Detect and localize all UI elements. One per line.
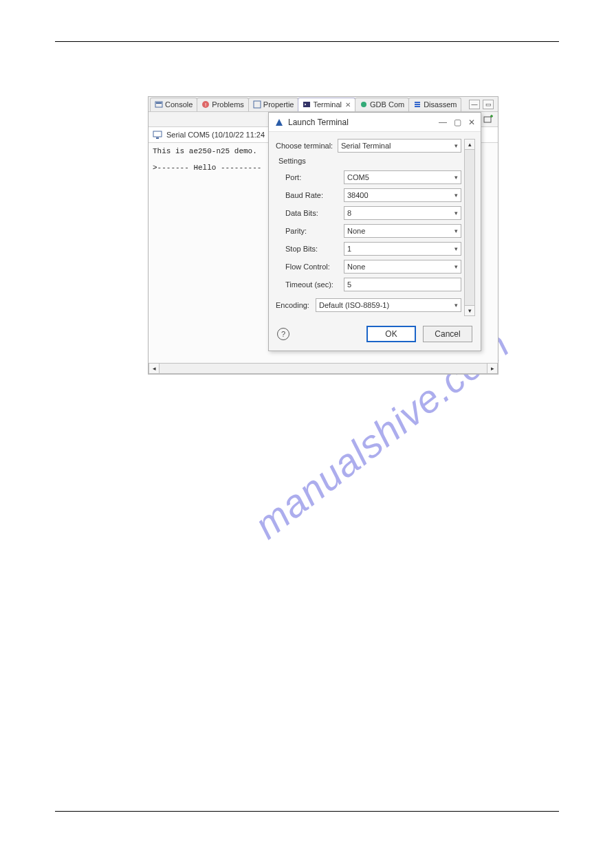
tab-label: Disassem <box>424 100 457 109</box>
flow-row: Flow Control: None ▾ <box>285 260 461 274</box>
tabbar: Console ! Problems Propertie Terminal ✕ … <box>149 97 498 112</box>
timeout-label: Timeout (sec): <box>285 280 344 289</box>
tab-label: Problems <box>212 100 243 109</box>
baud-select[interactable]: 38400 ▾ <box>344 188 461 202</box>
baud-label: Baud Rate: <box>285 191 344 199</box>
databits-select[interactable]: 8 ▾ <box>344 206 461 220</box>
parity-row: Parity: None ▾ <box>285 224 461 238</box>
choose-terminal-select[interactable]: Serial Terminal ▾ <box>338 139 461 153</box>
tab-terminal[interactable]: Terminal ✕ <box>298 98 355 111</box>
flow-label: Flow Control: <box>285 263 344 271</box>
app-icon <box>274 118 284 127</box>
encoding-label: Encoding: <box>276 301 316 309</box>
select-value: 8 <box>347 209 351 217</box>
maximize-button[interactable]: ▭ <box>483 100 494 109</box>
tab-label: Console <box>165 100 193 109</box>
scroll-track[interactable] <box>160 363 487 374</box>
page-rule-top <box>55 41 559 42</box>
stopbits-select[interactable]: 1 ▾ <box>344 242 461 256</box>
tab-console[interactable]: Console <box>150 98 197 111</box>
chevron-down-icon: ▾ <box>454 174 458 181</box>
encoding-row: Encoding: Default (ISO-8859-1) ▾ <box>276 298 461 312</box>
page-rule-bottom <box>55 811 559 812</box>
help-icon[interactable]: ? <box>277 328 289 340</box>
tab-label: Terminal <box>313 100 342 109</box>
dialog-titlebar[interactable]: Launch Terminal — ▢ ✕ <box>269 113 481 132</box>
port-row: Port: COM5 ▾ <box>285 170 461 184</box>
console-icon <box>155 100 163 109</box>
chevron-down-icon: ▾ <box>454 302 458 309</box>
maximize-icon[interactable]: ▢ <box>454 118 461 127</box>
tab-label: Propertie <box>263 100 294 109</box>
scroll-left-icon[interactable]: ◂ <box>149 363 160 374</box>
horizontal-scrollbar[interactable]: ◂ ▸ <box>149 363 498 374</box>
scroll-up-icon[interactable]: ▴ <box>464 139 475 150</box>
chevron-down-icon: ▾ <box>454 263 458 270</box>
encoding-select[interactable]: Default (ISO-8859-1) ▾ <box>316 298 461 312</box>
parity-label: Parity: <box>285 227 344 235</box>
launch-terminal-dialog: Launch Terminal — ▢ ✕ Choose terminal: S… <box>268 112 481 351</box>
svg-rect-7 <box>415 102 420 103</box>
select-value: 1 <box>347 245 351 253</box>
warning-icon: ! <box>201 100 210 109</box>
terminal-line: >------- Hello --------- <box>153 164 261 172</box>
minimize-icon[interactable]: — <box>439 118 447 127</box>
svg-rect-9 <box>415 106 420 107</box>
tab-problems[interactable]: ! Problems <box>197 98 248 111</box>
input-value: 5 <box>347 280 351 289</box>
select-value: 38400 <box>347 191 369 199</box>
stopbits-row: Stop Bits: 1 ▾ <box>285 242 461 256</box>
panel-winbuttons: — ▭ <box>469 100 498 109</box>
databits-label: Data Bits: <box>285 209 344 217</box>
vertical-scrollbar[interactable]: ▴ ▾ <box>464 139 475 316</box>
properties-icon <box>253 100 261 109</box>
tab-disassem[interactable]: Disassem <box>408 98 461 111</box>
close-icon[interactable]: ✕ <box>468 118 475 127</box>
stopbits-label: Stop Bits: <box>285 245 344 253</box>
ok-button[interactable]: OK <box>366 326 416 342</box>
select-value: None <box>347 263 365 271</box>
scroll-down-icon[interactable]: ▾ <box>464 305 475 316</box>
databits-row: Data Bits: 8 ▾ <box>285 206 461 220</box>
select-value: Default (ISO-8859-1) <box>319 301 389 309</box>
select-value: Serial Terminal <box>341 142 391 150</box>
chevron-down-icon: ▾ <box>454 142 458 149</box>
svg-rect-11 <box>153 131 162 137</box>
chevron-down-icon: ▾ <box>454 227 458 234</box>
dialog-window-controls: — ▢ ✕ <box>439 118 475 127</box>
scroll-track[interactable] <box>464 150 475 305</box>
port-select[interactable]: COM5 ▾ <box>344 170 461 184</box>
svg-rect-1 <box>156 102 162 104</box>
close-icon[interactable]: ✕ <box>345 101 351 109</box>
flow-select[interactable]: None ▾ <box>344 260 461 274</box>
chevron-down-icon: ▾ <box>454 245 458 252</box>
parity-select[interactable]: None ▾ <box>344 224 461 238</box>
settings-group: Port: COM5 ▾ Baud Rate: 38400 ▾ Data Bit… <box>276 170 461 291</box>
timeout-input[interactable]: 5 <box>344 278 461 291</box>
tab-label: GDB Com <box>370 100 404 109</box>
terminal-line: This is ae250-n25 demo. <box>153 147 257 155</box>
dialog-title: Launch Terminal <box>288 118 349 127</box>
tab-gdb[interactable]: GDB Com <box>355 98 409 111</box>
dialog-body: Choose terminal: Serial Terminal ▾ Setti… <box>269 132 481 319</box>
monitor-icon <box>153 130 162 140</box>
dialog-content: Choose terminal: Serial Terminal ▾ Setti… <box>276 139 461 316</box>
scroll-right-icon[interactable]: ▸ <box>487 363 498 374</box>
choose-terminal-label: Choose terminal: <box>276 142 338 150</box>
svg-text:!: ! <box>205 102 206 108</box>
disassembly-icon <box>413 100 421 109</box>
port-label: Port: <box>285 173 344 181</box>
svg-rect-12 <box>156 137 159 139</box>
choose-terminal-row: Choose terminal: Serial Terminal ▾ <box>276 139 461 153</box>
minimize-button[interactable]: — <box>469 100 480 109</box>
new-terminal-icon[interactable] <box>483 114 494 125</box>
terminal-icon <box>303 100 311 109</box>
terminal-title-text: Serial COM5 (10/10/22 11:24 <box>166 131 265 139</box>
tab-properties[interactable]: Propertie <box>248 98 299 111</box>
select-value: COM5 <box>347 173 369 181</box>
chevron-down-icon: ▾ <box>454 192 458 199</box>
svg-point-6 <box>361 102 366 107</box>
bug-icon <box>360 100 368 109</box>
cancel-button[interactable]: Cancel <box>423 326 472 342</box>
svg-rect-10 <box>484 117 491 122</box>
